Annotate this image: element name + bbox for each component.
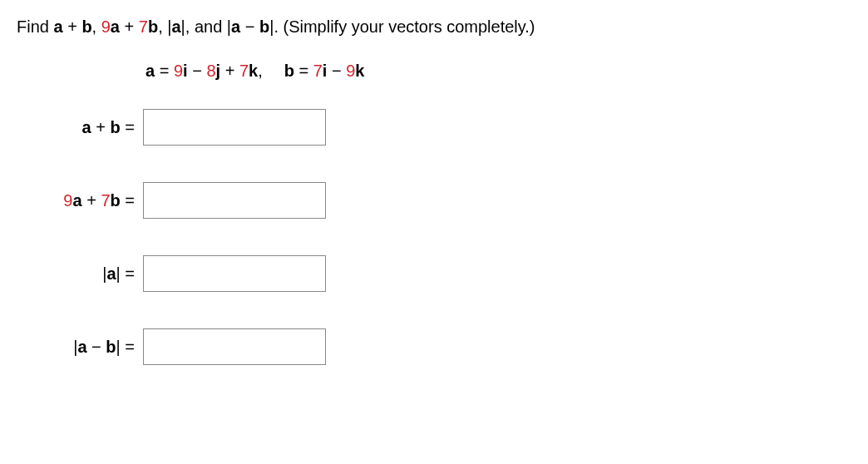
lhs-abs-a-minus-b: |a − b| = [17,338,141,357]
lhs-9a-plus-7b: 9a + 7b = [17,191,141,210]
lhs-a-plus-b: a + b = [17,118,141,137]
answer-row-9a-plus-7b: 9a + 7b = [17,182,851,219]
given-vectors: a = 9i − 8j + 7k,b = 7i − 9k [145,62,851,81]
input-a-plus-b[interactable] [143,109,326,146]
input-abs-a-minus-b[interactable] [143,328,326,365]
answer-row-a-plus-b: a + b = [17,109,851,146]
input-abs-a[interactable] [143,255,326,292]
lhs-abs-a: |a| = [17,264,141,284]
input-9a-plus-7b[interactable] [143,182,326,219]
answer-row-abs-a: |a| = [17,255,851,292]
answer-row-abs-a-minus-b: |a − b| = [17,328,851,365]
question-text: Find a + b, 9a + 7b, |a|, and |a − b|. (… [17,15,851,38]
